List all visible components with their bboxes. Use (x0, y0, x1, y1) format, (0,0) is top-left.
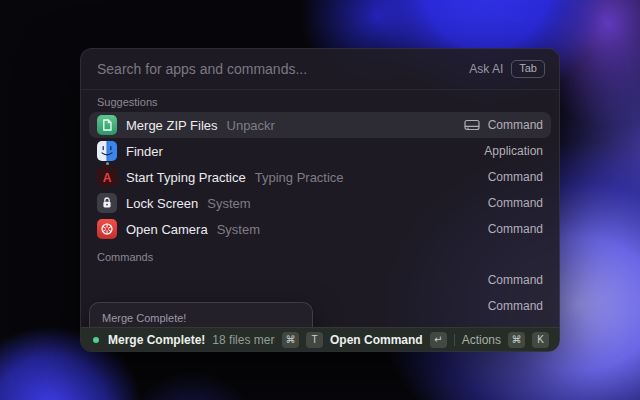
row-subtitle: System (217, 222, 260, 237)
list-item-lock-screen[interactable]: Lock Screen System Command (89, 190, 551, 216)
lock-icon (97, 193, 117, 213)
actions-button[interactable]: Actions (462, 333, 501, 347)
typing-practice-icon: A (97, 167, 117, 187)
running-indicator-dot (106, 162, 109, 165)
list-item-start-typing-practice[interactable]: A Start Typing Practice Typing Practice … (89, 164, 551, 190)
zip-merge-icon (97, 115, 117, 135)
status-title: Merge Complete! (108, 333, 205, 347)
search-input[interactable] (95, 60, 461, 78)
row-title: Merge ZIP Files (126, 118, 218, 133)
row-subtitle: Unpackr (227, 118, 275, 133)
section-header-suggestions: Suggestions (89, 90, 551, 112)
search-bar: Ask AI Tab (81, 49, 559, 89)
enter-key-badge: ↵ (430, 332, 447, 348)
cmd-key-badge: ⌘ (282, 332, 299, 348)
statusbar-divider (454, 334, 455, 346)
camera-icon (97, 219, 117, 239)
open-command-button[interactable]: Open Command (330, 333, 423, 347)
hard-drive-icon (464, 119, 480, 131)
finder-icon (97, 141, 117, 161)
row-accessory: Command (488, 222, 543, 236)
row-accessory: Application (484, 144, 543, 158)
row-title: Open Camera (126, 222, 208, 237)
ask-ai-label: Ask AI (469, 62, 503, 76)
ask-ai-button[interactable]: Ask AI Tab (469, 60, 545, 78)
row-subtitle: System (207, 196, 250, 211)
row-accessory: Command (488, 299, 543, 313)
row-accessory: Command (488, 118, 543, 132)
t-key-badge: T (306, 332, 323, 348)
cmd-key-badge-2: ⌘ (508, 332, 525, 348)
row-accessory: Command (488, 170, 543, 184)
status-message: 18 files merged, 1 duplicates skippe... (212, 333, 275, 347)
list-item-merge-zip-files[interactable]: Merge ZIP Files Unpackr Command (89, 112, 551, 138)
success-dot-icon (93, 337, 99, 343)
row-accessory: Command (488, 273, 543, 287)
row-title: Lock Screen (126, 196, 198, 211)
row-title: Start Typing Practice (126, 170, 246, 185)
list-item-covered-1[interactable]: Command (89, 267, 551, 293)
svg-text:A: A (103, 171, 112, 185)
toast-title: Merge Complete! (102, 312, 300, 324)
merge-complete-toast: Merge Complete! 18 files merged, 1 dupli… (89, 302, 313, 327)
section-header-commands: Commands (89, 242, 551, 267)
launcher-window: Ask AI Tab Suggestions Merge ZIP Files U… (80, 48, 560, 352)
list-item-finder[interactable]: Finder Application (89, 138, 551, 164)
tab-key-badge: Tab (511, 60, 545, 78)
list-item-open-camera[interactable]: Open Camera System Command (89, 216, 551, 242)
status-bar: Merge Complete! 18 files merged, 1 dupli… (81, 327, 559, 351)
row-title: Finder (126, 144, 163, 159)
results-list: Suggestions Merge ZIP Files Unpackr (81, 90, 559, 327)
k-key-badge: K (532, 332, 549, 348)
row-accessory: Command (488, 196, 543, 210)
row-subtitle: Typing Practice (255, 170, 344, 185)
